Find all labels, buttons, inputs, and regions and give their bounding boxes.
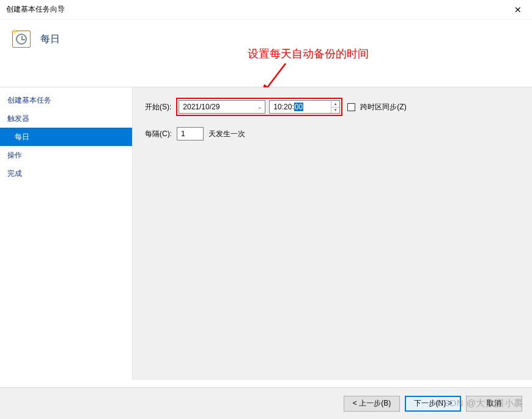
- interval-suffix: 天发生一次: [209, 129, 245, 139]
- content-area: 创建基本任务 触发器 每日 操作 完成 开始(S): 2021/10/29 ⌄ …: [0, 87, 532, 380]
- wizard-sidebar: 创建基本任务 触发器 每日 操作 完成: [0, 87, 132, 380]
- wizard-main-panel: 开始(S): 2021/10/29 ⌄ 10:20:00 ▲ ▼ 跨时区同步(Z…: [132, 87, 532, 380]
- time-seconds-selected: 00: [294, 103, 303, 111]
- sidebar-item-trigger[interactable]: 触发器: [0, 109, 132, 128]
- date-picker[interactable]: 2021/10/29 ⌄: [179, 100, 265, 114]
- spinner-up-icon[interactable]: ▲: [331, 101, 339, 107]
- highlight-box: 2021/10/29 ⌄ 10:20:00 ▲ ▼: [176, 98, 342, 116]
- sidebar-item-daily[interactable]: 每日: [0, 128, 132, 146]
- chevron-down-icon: ⌄: [257, 104, 262, 109]
- interval-input[interactable]: 1: [177, 127, 204, 140]
- tz-sync-label: 跨时区同步(Z): [360, 102, 406, 112]
- time-hours: 10: [273, 103, 281, 111]
- window-title: 创建基本任务向导: [6, 4, 65, 15]
- time-minutes: 20: [284, 103, 292, 111]
- spinner-down-icon[interactable]: ▼: [331, 107, 339, 114]
- sidebar-item-create-task[interactable]: 创建基本任务: [0, 91, 132, 109]
- sidebar-item-action[interactable]: 操作: [0, 146, 132, 164]
- close-button[interactable]: ✕: [504, 0, 532, 20]
- start-label: 开始(S):: [145, 102, 171, 112]
- date-value: 2021/10/29: [183, 103, 220, 111]
- start-time-row: 开始(S): 2021/10/29 ⌄ 10:20:00 ▲ ▼ 跨时区同步(Z…: [145, 98, 520, 115]
- next-button[interactable]: 下一步(N) >: [405, 396, 461, 412]
- annotation-text: 设置每天自动备份的时间: [248, 46, 369, 61]
- wizard-button-row: < 上一步(B) 下一步(N) > 取消: [0, 387, 532, 419]
- titlebar: 创建基本任务向导 ✕: [0, 0, 532, 20]
- interval-row: 每隔(C): 1 天发生一次: [145, 125, 520, 142]
- cancel-button[interactable]: 取消: [466, 396, 522, 412]
- close-icon: ✕: [514, 5, 522, 15]
- sidebar-item-finish[interactable]: 完成: [0, 164, 132, 183]
- page-title: 每日: [40, 33, 60, 46]
- back-button[interactable]: < 上一步(B): [344, 396, 400, 412]
- wizard-icon: [11, 28, 32, 49]
- tz-sync-checkbox[interactable]: [347, 103, 355, 111]
- time-picker[interactable]: 10:20:00 ▲ ▼: [269, 100, 340, 114]
- time-spinner[interactable]: ▲ ▼: [331, 101, 339, 113]
- interval-value: 1: [181, 129, 185, 138]
- interval-label: 每隔(C):: [145, 129, 172, 139]
